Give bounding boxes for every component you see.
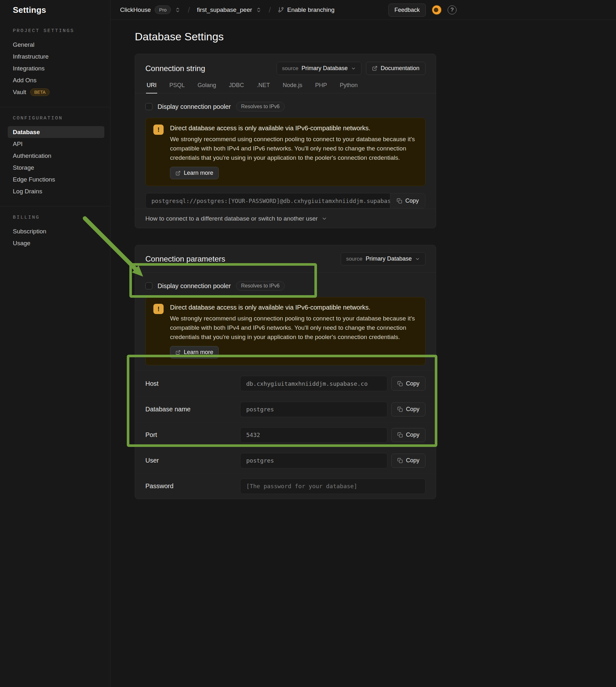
connect-help-toggle[interactable]: How to connect to a different database o…	[135, 209, 436, 228]
port-row: Port 5432 Copy	[135, 422, 436, 447]
sidebar-item-label: Add Ons	[13, 77, 37, 84]
copy-label: Copy	[406, 457, 419, 464]
sidebar-item-log-drains[interactable]: Log Drains	[8, 185, 104, 197]
learn-more-label: Learn more	[184, 349, 213, 356]
user-avatar[interactable]	[432, 5, 442, 15]
sidebar-item-storage[interactable]: Storage	[8, 162, 104, 174]
database-name-row: Database name postgres Copy	[135, 396, 436, 422]
org-name[interactable]: ClickHouse	[120, 6, 151, 14]
documentation-label: Documentation	[381, 65, 419, 72]
sidebar-item-label: Authentication	[13, 152, 51, 159]
main-area: ClickHouse Pro / first_supabase_peer / E…	[110, 0, 616, 687]
pooler-row: Display connection pooler Resolves to IP…	[135, 93, 436, 111]
port-label: Port	[145, 431, 240, 439]
display-connection-pooler-checkbox[interactable]	[145, 103, 152, 110]
source-select[interactable]: source Primary Database	[340, 252, 425, 265]
copy-host-button[interactable]: Copy	[391, 376, 425, 391]
sidebar-item-integrations[interactable]: Integrations	[8, 62, 104, 74]
learn-more-button[interactable]: Learn more	[170, 167, 219, 179]
sidebar-item-add-ons[interactable]: Add Ons	[8, 74, 104, 86]
host-value[interactable]: db.cxhygiuitamxhniiddjm.supabase.co	[240, 376, 388, 391]
sidebar-item-subscription[interactable]: Subscription	[8, 225, 104, 237]
sidebar-section-billing: BILLING Subscription Usage	[0, 206, 110, 258]
tab-golang[interactable]: Golang	[197, 78, 217, 93]
user-value[interactable]: postgres	[240, 453, 388, 468]
sidebar-item-label: Subscription	[13, 228, 46, 235]
database-name-value[interactable]: postgres	[240, 402, 388, 417]
sidebar-item-authentication[interactable]: Authentication	[8, 150, 104, 162]
sidebar-item-infrastructure[interactable]: Infrastructure	[8, 50, 104, 62]
connect-help-label: How to connect to a different database o…	[145, 215, 317, 222]
connection-string-card: Connection string source Primary Databas…	[135, 54, 436, 228]
display-connection-pooler-checkbox[interactable]	[145, 282, 152, 289]
notice-content: Direct database access is only available…	[170, 125, 418, 179]
sidebar-header: Settings	[0, 0, 110, 20]
feedback-button[interactable]: Feedback	[388, 3, 426, 17]
sidebar-item-label: Edge Functions	[13, 176, 55, 183]
source-select[interactable]: source Primary Database	[277, 62, 361, 75]
documentation-button[interactable]: Documentation	[366, 62, 425, 75]
section-label-project-settings: PROJECT SETTINGS	[8, 28, 104, 34]
enable-branching-button[interactable]: Enable branching	[278, 6, 335, 14]
chevron-down-icon	[415, 257, 420, 262]
sidebar-item-vault[interactable]: Vault BETA	[8, 86, 104, 98]
breadcrumb-separator: /	[188, 5, 190, 15]
beta-badge: BETA	[30, 88, 50, 96]
notice-title: Direct database access is only available…	[170, 304, 418, 311]
connection-parameters-card: Connection parameters source Primary Dat…	[135, 245, 436, 499]
sidebar-item-label: Database	[13, 129, 40, 136]
learn-more-label: Learn more	[184, 170, 213, 176]
help-icon[interactable]: ?	[447, 5, 457, 15]
tab-uri[interactable]: URI	[146, 78, 157, 93]
ipv6-badge: Resolves to IPv6	[236, 281, 285, 291]
port-value[interactable]: 5432	[240, 427, 388, 443]
tab-dotnet[interactable]: .NET	[256, 78, 270, 93]
connection-string-value[interactable]: postgresql://postgres:[YOUR-PASSWORD]@db…	[145, 193, 390, 208]
project-name[interactable]: first_supabase_peer	[197, 6, 252, 14]
database-name-label: Database name	[145, 406, 240, 413]
sidebar-item-label: Log Drains	[13, 188, 42, 195]
project-switcher-icon[interactable]	[256, 7, 262, 13]
breadcrumb-separator: /	[269, 5, 271, 15]
tab-nodejs[interactable]: Node.js	[282, 78, 303, 93]
sidebar: Settings PROJECT SETTINGS General Infras…	[0, 0, 110, 687]
sidebar-item-label: Integrations	[13, 65, 44, 72]
sidebar-item-edge-functions[interactable]: Edge Functions	[8, 174, 104, 185]
sidebar-item-database[interactable]: Database	[8, 126, 104, 138]
source-value: Primary Database	[302, 65, 348, 72]
page-title: Database Settings	[135, 30, 616, 43]
sidebar-item-usage[interactable]: Usage	[8, 237, 104, 249]
topbar-right: Feedback ?	[388, 0, 457, 20]
connection-parameter-fields: Host db.cxhygiuitamxhniiddjm.supabase.co…	[135, 370, 436, 499]
user-row: User postgres Copy	[135, 447, 436, 473]
pooler-label: Display connection pooler	[157, 103, 231, 110]
copy-database-name-button[interactable]: Copy	[391, 402, 425, 417]
sidebar-item-label: Vault	[13, 89, 26, 96]
copy-icon	[397, 406, 403, 412]
source-label: source	[346, 256, 362, 262]
sidebar-item-general[interactable]: General	[8, 39, 104, 50]
pooler-row: Display connection pooler Resolves to IP…	[135, 273, 436, 291]
tab-python[interactable]: Python	[339, 78, 358, 93]
git-branch-icon	[278, 7, 284, 13]
notice-body: We strongly recommend using connection p…	[170, 134, 418, 162]
password-row: Password [The password for your database…	[135, 473, 436, 499]
tab-php[interactable]: PHP	[314, 78, 328, 93]
notice-content: Direct database access is only available…	[170, 304, 418, 358]
tab-psql[interactable]: PSQL	[169, 78, 185, 93]
connection-type-tabs: URI PSQL Golang JDBC .NET Node.js PHP Py…	[135, 78, 436, 93]
ipv6-badge: Resolves to IPv6	[236, 102, 285, 111]
tab-jdbc[interactable]: JDBC	[228, 78, 245, 93]
sidebar-item-api[interactable]: API	[8, 138, 104, 150]
chevron-down-icon	[322, 216, 327, 222]
notice-title: Direct database access is only available…	[170, 125, 418, 132]
plan-badge: Pro	[155, 5, 171, 14]
learn-more-button[interactable]: Learn more	[170, 346, 219, 358]
topbar: ClickHouse Pro / first_supabase_peer / E…	[110, 0, 616, 20]
sidebar-item-label: API	[13, 140, 23, 148]
password-input[interactable]: [The password for your database]	[240, 479, 425, 494]
copy-user-button[interactable]: Copy	[391, 453, 425, 468]
copy-uri-button[interactable]: Copy	[390, 193, 425, 208]
copy-port-button[interactable]: Copy	[391, 428, 425, 442]
org-switcher-icon[interactable]	[175, 7, 181, 13]
